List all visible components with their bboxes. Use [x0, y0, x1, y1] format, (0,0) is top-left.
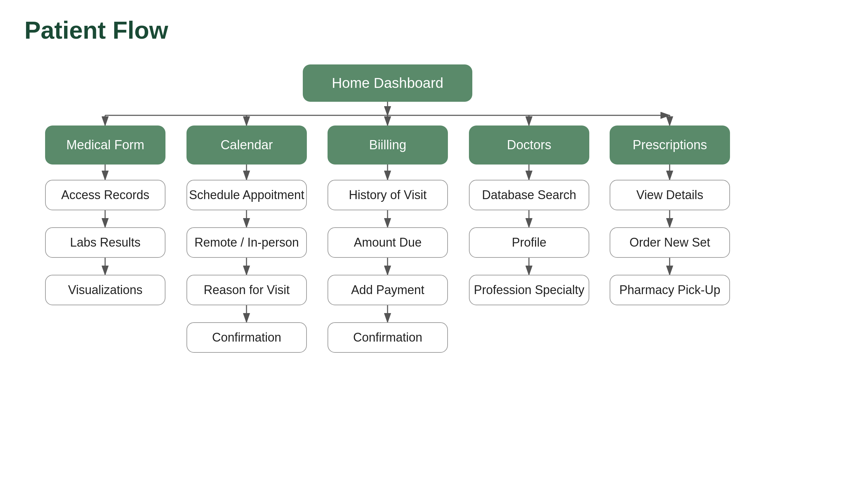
node-add-payment: Add Payment: [327, 275, 448, 305]
flow-diagram: Home Dashboard Medical Form Calendar Bii…: [20, 44, 848, 488]
node-pharmacy-pickup: Pharmacy Pick-Up: [610, 275, 730, 305]
node-medical-form: Medical Form: [45, 126, 165, 164]
node-history-of-visit: History of Visit: [327, 180, 448, 210]
node-profile: Profile: [469, 227, 589, 258]
node-labs-results: Labs Results: [45, 227, 165, 258]
node-database-search: Database Search: [469, 180, 589, 210]
node-confirmation-cal: Confirmation: [186, 322, 307, 353]
node-calendar: Calendar: [186, 126, 307, 164]
connectors-svg: [20, 44, 848, 488]
node-schedule-appoitment: Schedule Appoitment: [186, 180, 307, 210]
node-prescriptions: Prescriptions: [610, 126, 730, 164]
node-order-new-set: Order New Set: [610, 227, 730, 258]
page-title: Patient Flow: [24, 16, 168, 44]
node-profession-specialty: Profession Specialty: [469, 275, 589, 305]
node-doctors: Doctors: [469, 126, 589, 164]
node-confirmation-billing: Confirmation: [327, 322, 448, 353]
node-home-dashboard: Home Dashboard: [303, 64, 472, 102]
node-reason-for-visit: Reason for Visit: [186, 275, 307, 305]
node-view-details: View Details: [610, 180, 730, 210]
node-visualizations: Visualizations: [45, 275, 165, 305]
node-remote-inperson: Remote / In-person: [186, 227, 307, 258]
node-billing: Biilling: [327, 126, 448, 164]
node-amount-due: Amount Due: [327, 227, 448, 258]
node-access-records: Access Records: [45, 180, 165, 210]
